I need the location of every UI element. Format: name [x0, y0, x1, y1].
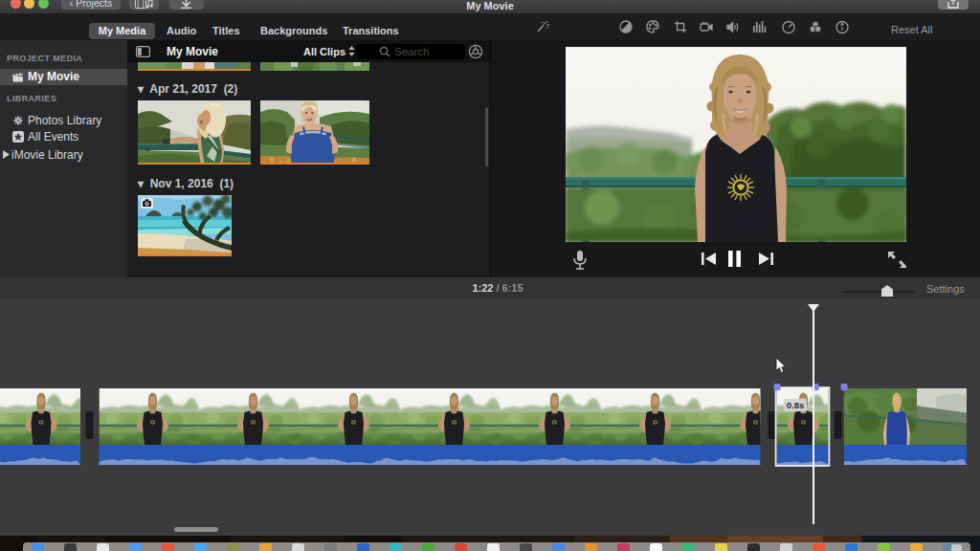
svg-text:0.8s: 0.8s [787, 400, 805, 410]
